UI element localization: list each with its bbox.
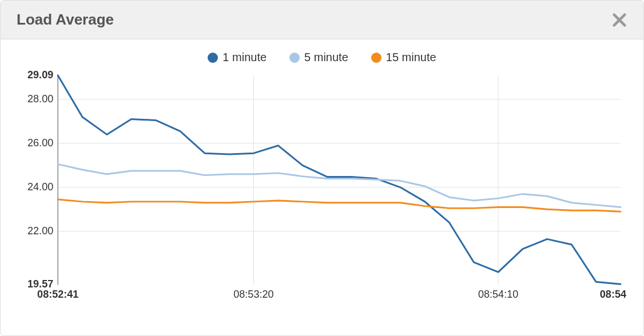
- chart-area: 19.5722.0024.0026.0028.0029.0908:52:4108…: [18, 70, 626, 307]
- x-tick-label: 08:54:36: [600, 289, 626, 300]
- legend-item-1min[interactable]: 1 minute: [208, 51, 267, 64]
- series-line-15-minute: [58, 199, 621, 211]
- y-tick-label: 24.00: [27, 181, 53, 193]
- panel-body: 1 minute 5 minute 15 minute 19.5722.0024…: [1, 39, 643, 334]
- x-tick-label: 08:54:10: [478, 289, 518, 300]
- y-tick-label: 26.00: [27, 137, 53, 149]
- x-tick-label: 08:53:20: [233, 289, 273, 300]
- x-tick-label: 08:52:41: [37, 289, 78, 300]
- legend-dot-icon: [289, 53, 300, 63]
- close-icon[interactable]: [611, 12, 627, 28]
- chart-legend: 1 minute 5 minute 15 minute: [18, 51, 626, 64]
- legend-label: 1 minute: [222, 51, 267, 64]
- panel-header: Load Average: [1, 1, 643, 39]
- y-tick-label: 28.00: [27, 93, 53, 105]
- chart-svg: 19.5722.0024.0026.0028.0029.0908:52:4108…: [18, 70, 626, 307]
- legend-dot-icon: [208, 53, 218, 63]
- series-line-5-minute: [58, 164, 621, 207]
- y-tick-label: 22.00: [27, 225, 53, 237]
- legend-item-15min[interactable]: 15 minute: [371, 51, 436, 64]
- legend-label: 15 minute: [386, 51, 436, 64]
- legend-item-5min[interactable]: 5 minute: [289, 51, 348, 64]
- panel-title: Load Average: [17, 11, 114, 29]
- load-average-panel: Load Average 1 minute 5 minute 15 minute…: [0, 0, 644, 336]
- y-tick-label: 19.57: [27, 278, 53, 290]
- y-tick-label: 29.09: [27, 70, 53, 81]
- legend-label: 5 minute: [304, 51, 348, 64]
- series-line-1-minute: [58, 75, 621, 284]
- legend-dot-icon: [371, 53, 381, 63]
